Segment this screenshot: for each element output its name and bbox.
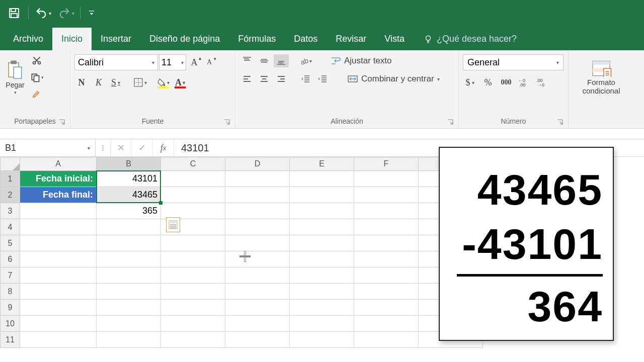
fill-handle[interactable] — [159, 201, 163, 205]
decrease-indent-button[interactable] — [298, 72, 313, 85]
column-header-C[interactable]: C — [161, 157, 225, 171]
align-center-button[interactable] — [257, 72, 272, 85]
cell-E1[interactable] — [290, 171, 354, 187]
redo-button[interactable]: ▾ — [57, 4, 75, 22]
group-label-fuente: Fuente — [74, 116, 231, 128]
row-header-2[interactable]: 2 — [0, 187, 20, 203]
row-header-5[interactable]: 5 — [0, 235, 20, 251]
dialog-launcher-icon[interactable] — [557, 119, 563, 125]
cell-A2[interactable]: Fecha final: — [20, 187, 97, 203]
save-button[interactable] — [5, 4, 23, 22]
percent-button[interactable]: % — [481, 75, 495, 89]
align-top-button[interactable] — [239, 54, 255, 67]
row-header-8[interactable]: 8 — [0, 284, 20, 300]
italic-button[interactable]: K — [92, 75, 106, 89]
customize-qat-button[interactable] — [86, 4, 98, 22]
cell-B3[interactable]: 365 — [97, 203, 161, 219]
column-header-B[interactable]: B — [97, 157, 161, 171]
name-box[interactable]: B1▾ — [0, 139, 96, 156]
increase-font-button[interactable]: A▴ — [187, 55, 201, 69]
cancel-formula-button[interactable]: ✕ — [111, 139, 132, 156]
svg-text:→0: →0 — [537, 82, 544, 87]
tab-archivo[interactable]: Archivo — [4, 28, 52, 50]
row-header-10[interactable]: 10 — [0, 316, 20, 332]
dialog-launcher-icon[interactable] — [59, 119, 65, 125]
column-header-F[interactable]: F — [354, 157, 419, 171]
cell-C1[interactable] — [161, 171, 225, 187]
svg-rect-22 — [604, 68, 611, 77]
font-size-select[interactable]: 11▾ — [159, 54, 186, 70]
row-header-1[interactable]: 1 — [0, 171, 20, 187]
increase-indent-button[interactable] — [315, 72, 330, 85]
cell-E3[interactable] — [290, 203, 354, 219]
namebox-resize-handle[interactable]: ⁞ — [96, 139, 111, 156]
row-header-11[interactable]: 11 — [0, 332, 20, 348]
conditional-format-label: Formato condicional — [574, 78, 629, 96]
font-color-button[interactable]: A▾ — [173, 75, 187, 89]
column-header-E[interactable]: E — [290, 157, 354, 171]
conditional-format-button[interactable]: Formato condicional — [574, 52, 629, 103]
tab-revisar[interactable]: Revisar — [327, 28, 375, 50]
row-header-3[interactable]: 3 — [0, 203, 20, 219]
borders-button[interactable]: ▾ — [133, 75, 147, 89]
dialog-launcher-icon[interactable] — [447, 119, 453, 125]
fill-color-button[interactable]: ▾ — [156, 75, 170, 89]
font-family-select[interactable]: Calibri▾ — [74, 54, 158, 70]
row-header-7[interactable]: 7 — [0, 267, 20, 284]
align-left-button[interactable] — [239, 72, 255, 85]
tab-insertar[interactable]: Insertar — [92, 28, 140, 50]
tellme-search[interactable]: ¿Qué desea hacer? — [424, 34, 517, 50]
increase-decimal-button[interactable]: ←0.00 — [517, 75, 531, 89]
cell-C2[interactable] — [161, 187, 225, 203]
cell-A3[interactable] — [20, 203, 97, 219]
enter-formula-button[interactable]: ✓ — [132, 139, 153, 156]
cell-D3[interactable] — [225, 203, 290, 219]
number-format-select[interactable]: General▾ — [463, 54, 564, 70]
svg-text:.00: .00 — [519, 82, 526, 87]
copy-button[interactable]: ▾ — [29, 70, 44, 84]
select-all-corner[interactable] — [0, 157, 20, 171]
row-header-4[interactable]: 4 — [0, 219, 20, 235]
column-header-A[interactable]: A — [20, 157, 97, 171]
decrease-decimal-button[interactable]: .00→0 — [535, 75, 549, 89]
thousands-button[interactable]: 000 — [499, 75, 513, 89]
undo-button[interactable]: ▾ — [34, 4, 52, 22]
autofill-options-button[interactable] — [166, 217, 180, 232]
dialog-launcher-icon[interactable] — [224, 119, 230, 125]
tab-inicio[interactable]: Inicio — [52, 28, 92, 50]
align-middle-button[interactable] — [257, 54, 272, 67]
align-bottom-button[interactable] — [274, 54, 289, 67]
bold-button[interactable]: N — [74, 75, 89, 89]
align-right-button[interactable] — [274, 72, 289, 85]
row-header-6[interactable]: 6 — [0, 251, 20, 267]
decrease-font-button[interactable]: A▾ — [202, 55, 216, 69]
cell-A1[interactable]: Fecha inicial: — [20, 171, 97, 187]
insert-function-button[interactable]: fx — [153, 139, 174, 156]
paste-button[interactable]: Pegar ▾ — [4, 52, 26, 103]
cell-F3[interactable] — [354, 203, 419, 219]
row-header-9[interactable]: 9 — [0, 300, 20, 316]
cell-E2[interactable] — [290, 187, 354, 203]
wrap-text-label: Ajustar texto — [344, 56, 392, 66]
format-painter-button[interactable] — [29, 87, 44, 102]
cell-B1[interactable]: 43101 — [97, 171, 161, 187]
orientation-button[interactable]: ab▾ — [298, 54, 313, 67]
cell-F2[interactable] — [354, 187, 419, 203]
column-header-D[interactable]: D — [225, 157, 290, 171]
cell-B2[interactable]: 43465 — [97, 187, 161, 203]
svg-rect-7 — [14, 67, 22, 78]
cell-D1[interactable] — [225, 171, 290, 187]
tab-vista[interactable]: Vista — [375, 28, 414, 50]
tab-datos[interactable]: Datos — [285, 28, 327, 50]
wrap-text-button[interactable]: Ajustar texto — [327, 56, 395, 66]
cell-F1[interactable] — [354, 171, 419, 187]
cut-button[interactable] — [29, 53, 44, 67]
calculation-overlay: 43465 -43101 364 — [439, 147, 614, 341]
accounting-format-button[interactable]: $▾ — [463, 75, 477, 89]
merge-center-button[interactable]: Combinar y centrar ▾ — [344, 74, 443, 84]
cell-D2[interactable] — [225, 187, 290, 203]
tab-formulas[interactable]: Fórmulas — [229, 28, 285, 50]
tab-diseno[interactable]: Diseño de página — [140, 28, 229, 50]
underline-button[interactable]: S▾ — [109, 75, 123, 89]
group-label-portapapeles: Portapapeles — [4, 116, 66, 128]
